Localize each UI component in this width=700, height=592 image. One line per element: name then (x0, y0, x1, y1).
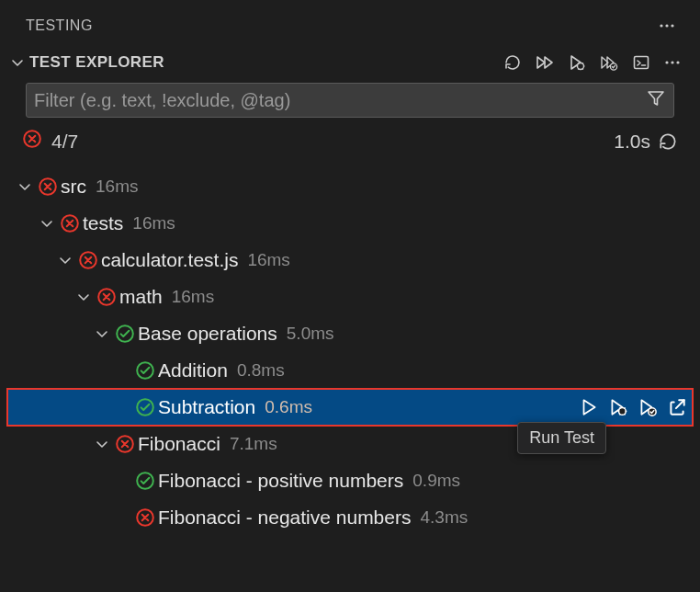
section-more-button[interactable] (663, 53, 682, 72)
node-label: tests (83, 212, 123, 234)
node-label: calculator.test.js (101, 249, 238, 271)
tree-node-src[interactable]: src 16ms (0, 168, 700, 205)
play-bug-icon (608, 397, 628, 417)
debug-test-button[interactable] (608, 397, 628, 417)
filter-input[interactable] (34, 90, 646, 111)
tree-node-addition[interactable]: Addition 0.8ms (0, 352, 700, 389)
node-label: Fibonacci (138, 433, 220, 455)
pass-icon (132, 397, 158, 417)
refresh-icon (658, 131, 678, 152)
node-label: math (119, 286, 163, 308)
node-label: Fibonacci - positive numbers (158, 470, 403, 492)
chevron-down-icon (94, 326, 110, 341)
panel-more-button[interactable] (654, 13, 680, 39)
filter-icon[interactable] (646, 88, 666, 113)
filter-box[interactable] (26, 83, 674, 118)
play-icon (579, 397, 599, 417)
fail-icon (112, 434, 138, 454)
refresh-tests-button[interactable] (503, 53, 522, 72)
fail-icon (132, 507, 158, 528)
run-test-button[interactable] (579, 397, 599, 417)
tree-node-math[interactable]: math 16ms (0, 279, 700, 315)
rerun-button[interactable] (658, 131, 678, 152)
summary-count: 4/7 (51, 131, 78, 153)
tree-node-file[interactable]: calculator.test.js 16ms (0, 242, 700, 279)
coverage-test-button[interactable] (638, 397, 658, 417)
fail-icon (35, 176, 61, 197)
pass-icon (112, 324, 138, 344)
node-label: Base operations (138, 323, 277, 345)
node-duration: 5.0ms (287, 324, 334, 344)
debug-all-button[interactable] (568, 53, 586, 72)
node-duration: 16ms (96, 176, 138, 197)
node-duration: 16ms (132, 213, 175, 233)
fail-icon (57, 213, 83, 233)
section-title: TEST EXPLORER (29, 53, 164, 72)
chevron-down-icon (17, 179, 33, 194)
chevron-down-icon (94, 437, 110, 451)
play-bug-icon (568, 53, 586, 72)
go-to-file-icon (667, 397, 687, 417)
node-duration: 0.6ms (265, 397, 312, 417)
node-duration: 7.1ms (230, 434, 277, 454)
show-output-button[interactable] (632, 53, 650, 72)
tree-node-subtraction[interactable]: Subtraction 0.6ms Run Test (7, 389, 693, 426)
summary-status-icon (22, 129, 42, 154)
test-tree: src 16ms tests 16ms calculator.test.js 1… (0, 159, 700, 536)
more-icon (658, 17, 676, 35)
node-duration: 0.8ms (237, 360, 285, 381)
node-duration: 16ms (172, 287, 214, 307)
pass-icon (132, 360, 158, 381)
terminal-icon (632, 53, 650, 72)
chevron-down-icon (9, 55, 26, 70)
chevron-down-icon (75, 290, 92, 304)
panel-title: TESTING (26, 17, 93, 34)
summary-duration: 1.0s (614, 131, 650, 153)
node-label: src (61, 176, 86, 198)
coverage-all-button[interactable] (599, 53, 619, 72)
tree-node-fib-neg[interactable]: Fibonacci - negative numbers 4.3ms (0, 499, 700, 536)
node-duration: 16ms (247, 250, 289, 270)
section-collapse-toggle[interactable] (9, 55, 26, 70)
chevron-down-icon (57, 253, 73, 268)
refresh-icon (503, 53, 522, 72)
run-all-button[interactable] (535, 53, 555, 72)
node-duration: 0.9ms (412, 471, 460, 491)
node-duration: 4.3ms (420, 507, 468, 528)
go-to-test-button[interactable] (667, 397, 687, 417)
fail-icon (75, 250, 101, 270)
node-label: Fibonacci - negative numbers (158, 507, 411, 529)
run-all-icon (535, 53, 555, 72)
fail-icon (94, 287, 119, 307)
more-icon (663, 53, 682, 72)
node-label: Addition (158, 359, 228, 381)
play-coverage-icon (638, 397, 658, 417)
tree-node-fibonacci[interactable]: Fibonacci 7.1ms (0, 426, 700, 462)
run-all-coverage-icon (599, 53, 619, 72)
pass-icon (132, 471, 158, 491)
tree-node-fib-pos[interactable]: Fibonacci - positive numbers 0.9ms (0, 462, 700, 499)
tree-node-baseops[interactable]: Base operations 5.0ms (0, 315, 700, 352)
node-label: Subtraction (158, 396, 255, 418)
chevron-down-icon (39, 216, 55, 231)
tree-node-tests[interactable]: tests 16ms (0, 205, 700, 242)
